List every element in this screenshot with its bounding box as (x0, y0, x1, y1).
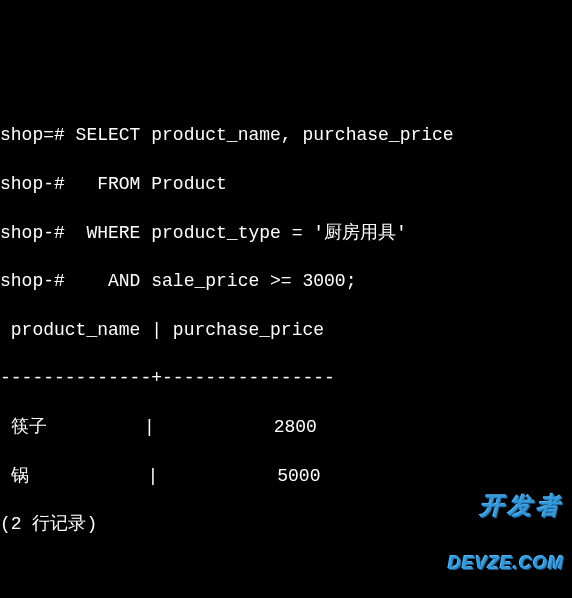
result1-header: product_name | purchase_price (0, 318, 572, 342)
query1-line2: shop-# FROM Product (0, 172, 572, 196)
sql-text: FROM Product (65, 174, 227, 194)
query1-line4: shop-# AND sale_price >= 3000; (0, 269, 572, 293)
query1-line1: shop=# SELECT product_name, purchase_pri… (0, 123, 572, 147)
prompt-cont: shop-# (0, 223, 65, 243)
sql-text: SELECT product_name, purchase_price (65, 125, 454, 145)
result1-separator: --------------+---------------- (0, 366, 572, 390)
watermark-bottom: DEVZE.COM (448, 554, 564, 572)
result1-row: 筷子 | 2800 (0, 415, 572, 439)
watermark-top: 开发者 (448, 494, 564, 518)
sql-text: AND sale_price >= 3000; (65, 271, 357, 291)
watermark: 开发者 DEVZE.COM (448, 458, 564, 590)
sql-text: WHERE product_type = '厨房用具' (65, 223, 407, 243)
prompt-main: shop=# (0, 125, 65, 145)
prompt-cont: shop-# (0, 271, 65, 291)
query1-line3: shop-# WHERE product_type = '厨房用具' (0, 221, 572, 245)
prompt-cont: shop-# (0, 174, 65, 194)
